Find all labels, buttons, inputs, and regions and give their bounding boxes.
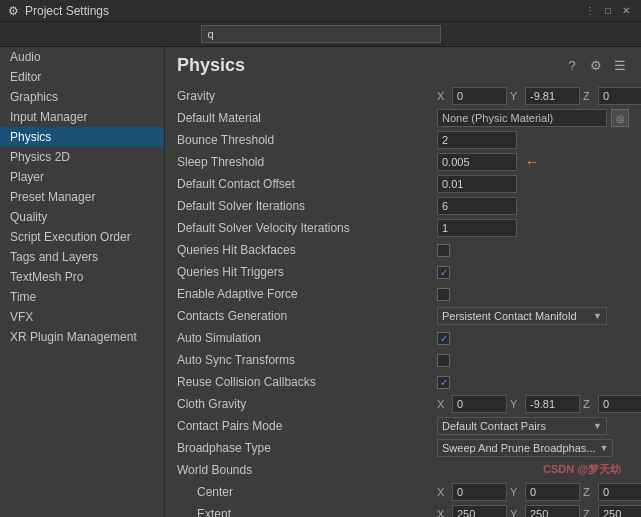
queries-backfaces-row: Queries Hit Backfaces: [177, 240, 629, 260]
content-panel: Physics ? ⚙ ☰ Gravity X Y Z: [165, 47, 641, 517]
gravity-z-input[interactable]: [598, 87, 641, 105]
solver-iterations-row: Default Solver Iterations: [177, 196, 629, 216]
broadphase-type-dropdown[interactable]: Sweep And Prune Broadphas... ▼: [437, 439, 613, 457]
cloth-gravity-row: Cloth Gravity X Y Z: [177, 394, 629, 414]
extent-z-input[interactable]: [598, 505, 641, 517]
sidebar-item-input-manager[interactable]: Input Manager: [0, 107, 164, 127]
center-z-input[interactable]: [598, 483, 641, 501]
close-btn[interactable]: ✕: [619, 4, 633, 18]
solver-velocity-value: [437, 219, 629, 237]
auto-simulation-value: [437, 332, 629, 345]
header-icons: ? ⚙ ☰: [563, 57, 629, 75]
center-x-label: X: [437, 486, 449, 498]
sleep-threshold-label: Sleep Threshold: [177, 155, 437, 169]
broadphase-type-arrow: ▼: [600, 443, 609, 453]
cloth-y-label: Y: [510, 398, 522, 410]
sidebar-item-preset-manager[interactable]: Preset Manager: [0, 187, 164, 207]
adaptive-force-checkbox[interactable]: [437, 288, 450, 301]
sidebar-item-textmesh-pro[interactable]: TextMesh Pro: [0, 267, 164, 287]
gravity-value: X Y Z: [437, 87, 641, 105]
main-container: Audio Editor Graphics Input Manager Phys…: [0, 47, 641, 517]
sidebar-item-vfx[interactable]: VFX: [0, 307, 164, 327]
auto-sync-checkbox[interactable]: [437, 354, 450, 367]
world-bounds-center-value: X Y Z: [437, 483, 641, 501]
extent-y-label: Y: [510, 508, 522, 517]
auto-simulation-checkbox[interactable]: [437, 332, 450, 345]
gravity-y-input[interactable]: [525, 87, 580, 105]
sidebar-item-quality[interactable]: Quality: [0, 207, 164, 227]
settings-icon[interactable]: ⚙: [587, 57, 605, 75]
contacts-generation-label: Contacts Generation: [177, 309, 437, 323]
bounce-threshold-input[interactable]: [437, 131, 517, 149]
sidebar-item-physics2d[interactable]: Physics 2D: [0, 147, 164, 167]
solver-iterations-label: Default Solver Iterations: [177, 199, 437, 213]
title-bar-title: Project Settings: [25, 4, 583, 18]
queries-triggers-label: Queries Hit Triggers: [177, 265, 437, 279]
contacts-generation-value: Persistent Contact Manifold ▼: [437, 307, 629, 325]
extent-x-label: X: [437, 508, 449, 517]
default-material-value: None (Physic Material) ◎: [437, 109, 629, 127]
cloth-gravity-x-input[interactable]: [452, 395, 507, 413]
sidebar-item-tags-layers[interactable]: Tags and Layers: [0, 247, 164, 267]
contact-pairs-mode-dropdown[interactable]: Default Contact Pairs ▼: [437, 417, 607, 435]
contact-pairs-mode-label: Contact Pairs Mode: [177, 419, 437, 433]
cloth-gravity-value: X Y Z: [437, 395, 641, 413]
default-material-row: Default Material None (Physic Material) …: [177, 108, 629, 128]
center-y-input[interactable]: [525, 483, 580, 501]
cloth-gravity-label: Cloth Gravity: [177, 397, 437, 411]
reuse-collision-row: Reuse Collision Callbacks: [177, 372, 629, 392]
sidebar-item-editor[interactable]: Editor: [0, 67, 164, 87]
contact-offset-value: [437, 175, 629, 193]
contact-offset-input[interactable]: [437, 175, 517, 193]
world-bounds-center-label: Center: [177, 485, 437, 499]
menu-icon[interactable]: ☰: [611, 57, 629, 75]
world-bounds-center-xyz: X Y Z: [437, 483, 641, 501]
sidebar-item-graphics[interactable]: Graphics: [0, 87, 164, 107]
reuse-collision-checkbox[interactable]: [437, 376, 450, 389]
maximize-btn[interactable]: □: [601, 4, 615, 18]
sidebar-item-time[interactable]: Time: [0, 287, 164, 307]
contacts-generation-row: Contacts Generation Persistent Contact M…: [177, 306, 629, 326]
queries-triggers-value: [437, 266, 629, 279]
reuse-collision-label: Reuse Collision Callbacks: [177, 375, 437, 389]
gravity-x-input[interactable]: [452, 87, 507, 105]
gravity-z-label: Z: [583, 90, 595, 102]
gravity-xyz: X Y Z: [437, 87, 641, 105]
queries-triggers-checkbox[interactable]: [437, 266, 450, 279]
default-material-display: None (Physic Material): [437, 109, 607, 127]
sleep-threshold-input[interactable]: [437, 153, 517, 171]
world-bounds-center-row: Center X Y Z: [177, 482, 629, 502]
sidebar-item-physics[interactable]: Physics: [0, 127, 164, 147]
title-bar-controls: ⋮ □ ✕: [583, 4, 633, 18]
extent-x-input[interactable]: [452, 505, 507, 517]
more-options-btn[interactable]: ⋮: [583, 4, 597, 18]
contact-offset-row: Default Contact Offset: [177, 174, 629, 194]
contact-pairs-mode-value: Default Contact Pairs ▼: [437, 417, 629, 435]
cloth-z-label: Z: [583, 398, 595, 410]
extent-y-input[interactable]: [525, 505, 580, 517]
queries-backfaces-checkbox[interactable]: [437, 244, 450, 257]
broadphase-type-value: Sweep And Prune Broadphas... ▼: [437, 439, 629, 457]
sidebar-item-script-execution[interactable]: Script Execution Order: [0, 227, 164, 247]
gravity-row: Gravity X Y Z: [177, 86, 629, 106]
auto-sync-value: [437, 354, 629, 367]
extent-z-label: Z: [583, 508, 595, 517]
queries-backfaces-label: Queries Hit Backfaces: [177, 243, 437, 257]
gravity-y-label: Y: [510, 90, 522, 102]
contacts-generation-dropdown[interactable]: Persistent Contact Manifold ▼: [437, 307, 607, 325]
help-icon[interactable]: ?: [563, 57, 581, 75]
cloth-gravity-y-input[interactable]: [525, 395, 580, 413]
center-z-label: Z: [583, 486, 595, 498]
solver-velocity-label: Default Solver Velocity Iterations: [177, 221, 437, 235]
default-material-select-btn[interactable]: ◎: [611, 109, 629, 127]
sidebar-item-audio[interactable]: Audio: [0, 47, 164, 67]
cloth-gravity-z-input[interactable]: [598, 395, 641, 413]
search-input[interactable]: [201, 25, 441, 43]
center-x-input[interactable]: [452, 483, 507, 501]
bounce-threshold-row: Bounce Threshold: [177, 130, 629, 150]
sidebar-item-xr-plugin[interactable]: XR Plugin Management: [0, 327, 164, 347]
sidebar-item-player[interactable]: Player: [0, 167, 164, 187]
broadphase-type-label: Broadphase Type: [177, 441, 437, 455]
solver-iterations-input[interactable]: [437, 197, 517, 215]
solver-velocity-input[interactable]: [437, 219, 517, 237]
